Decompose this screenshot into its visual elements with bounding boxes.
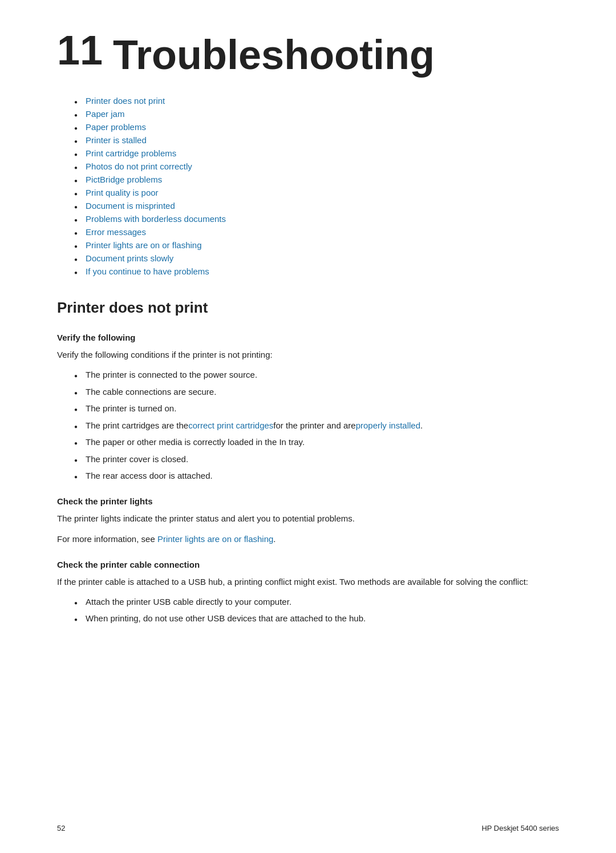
verify-list: The printer is connected to the power so…: [74, 369, 559, 483]
toc-link[interactable]: Printer lights are on or flashing: [86, 240, 201, 250]
toc-item: Document prints slowly: [74, 253, 559, 263]
verify-item: The print cartridges are the correct pri…: [74, 419, 559, 432]
toc-item: Error messages: [74, 227, 559, 237]
subsection-verify: Verify the following Verify the followin…: [57, 333, 559, 483]
toc-list: Printer does not printPaper jamPaper pro…: [74, 96, 559, 276]
product-name: HP Deskjet 5400 series: [481, 824, 559, 832]
check-lights-text1: The printer lights indicate the printer …: [57, 512, 559, 525]
toc-item: Problems with borderless documents: [74, 214, 559, 224]
toc-item: If you continue to have problems: [74, 266, 559, 276]
verify-intro: Verify the following conditions if the p…: [57, 348, 559, 362]
toc-item: Printer does not print: [74, 96, 559, 106]
correct-cartridges-link[interactable]: correct print cartridges: [188, 419, 273, 432]
chapter-title: Troubleshooting: [113, 34, 435, 75]
chapter-number: 11: [57, 30, 103, 71]
toc-link[interactable]: Print cartridge problems: [86, 148, 176, 158]
verify-heading: Verify the following: [57, 333, 559, 342]
verify-item: The printer cover is closed.: [74, 453, 559, 466]
toc-link[interactable]: Photos do not print correctly: [86, 161, 192, 171]
toc-item: Photos do not print correctly: [74, 161, 559, 171]
cable-item: Attach the printer USB cable directly to…: [74, 596, 559, 609]
toc-link[interactable]: PictBridge problems: [86, 175, 162, 184]
toc-link[interactable]: Printer is stalled: [86, 135, 147, 145]
page-footer: 52 HP Deskjet 5400 series: [57, 824, 559, 832]
toc-link[interactable]: Paper problems: [86, 122, 146, 132]
toc-item: Print quality is poor: [74, 188, 559, 197]
verify-item: The rear access door is attached.: [74, 470, 559, 483]
toc-link[interactable]: Problems with borderless documents: [86, 214, 226, 224]
toc-link[interactable]: Printer does not print: [86, 96, 165, 106]
toc-link[interactable]: Error messages: [86, 227, 146, 237]
toc-item: Paper jam: [74, 109, 559, 119]
check-cable-list: Attach the printer USB cable directly to…: [74, 596, 559, 625]
verify-item: The paper or other media is correctly lo…: [74, 436, 559, 449]
check-lights-text2-prefix: For more information, see: [57, 534, 157, 544]
check-lights-text2: For more information, see Printer lights…: [57, 532, 559, 546]
toc-link[interactable]: Print quality is poor: [86, 188, 159, 197]
toc-link[interactable]: If you continue to have problems: [86, 266, 209, 276]
verify-item: The printer is turned on.: [74, 402, 559, 415]
page-header: 11 Troubleshooting: [57, 34, 559, 75]
toc-item: Printer lights are on or flashing: [74, 240, 559, 250]
toc-item: Print cartridge problems: [74, 148, 559, 158]
printer-lights-link[interactable]: Printer lights are on or flashing: [157, 534, 273, 544]
properly-installed-link[interactable]: properly installed: [356, 419, 420, 432]
verify-item: The printer is connected to the power so…: [74, 369, 559, 382]
toc-item: PictBridge problems: [74, 175, 559, 184]
check-lights-text2-end: .: [273, 534, 275, 544]
subsection-check-cable: Check the printer cable connection If th…: [57, 560, 559, 625]
toc-item: Document is misprinted: [74, 201, 559, 211]
toc-item: Printer is stalled: [74, 135, 559, 145]
check-cable-heading: Check the printer cable connection: [57, 560, 559, 569]
check-lights-heading: Check the printer lights: [57, 496, 559, 506]
cable-item: When printing, do not use other USB devi…: [74, 612, 559, 625]
check-cable-text1: If the printer cable is attached to a US…: [57, 575, 559, 589]
subsection-check-lights: Check the printer lights The printer lig…: [57, 496, 559, 546]
toc-item: Paper problems: [74, 122, 559, 132]
toc-link[interactable]: Document prints slowly: [86, 253, 173, 263]
page-number: 52: [57, 824, 65, 832]
section-title: Printer does not print: [57, 299, 559, 317]
toc-link[interactable]: Document is misprinted: [86, 201, 175, 211]
toc-link[interactable]: Paper jam: [86, 109, 124, 119]
verify-item: The cable connections are secure.: [74, 386, 559, 399]
section-printer-does-not-print: Printer does not print Verify the follow…: [57, 299, 559, 625]
